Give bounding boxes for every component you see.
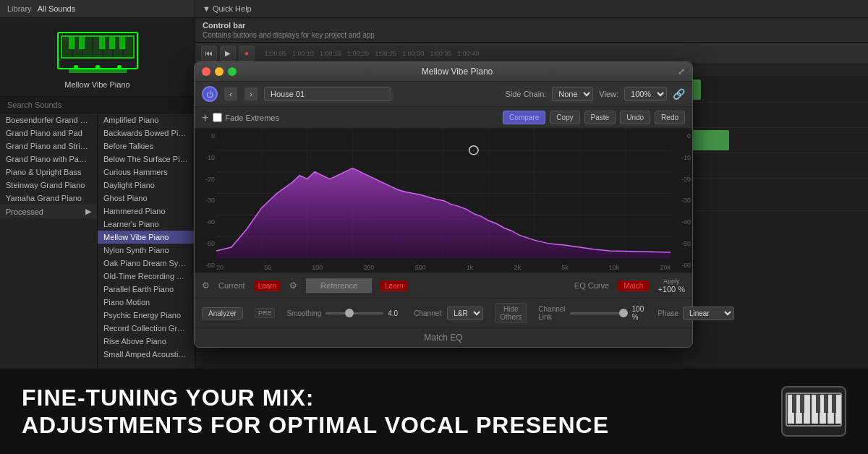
eq-curve-label: EQ Curve — [574, 281, 609, 290]
list-item[interactable]: Nylon Synth Piano — [98, 244, 195, 257]
list-item[interactable]: Small Amped Acoustic Piano — [98, 348, 195, 361]
svg-rect-12 — [109, 37, 115, 49]
svg-rect-36 — [804, 395, 810, 424]
list-item[interactable]: Oak Piano Dream Synth — [98, 257, 195, 270]
sound-category-processed[interactable]: Processed ▶ — [0, 205, 97, 218]
preset-name-input[interactable] — [264, 87, 391, 101]
fade-extremes-toggle[interactable]: Fade Extremes — [213, 113, 279, 122]
learn2-button[interactable]: Learn — [380, 280, 408, 291]
channel-link-slider[interactable] — [570, 312, 628, 314]
analyzer-button[interactable]: Analyzer — [202, 307, 243, 320]
smoothing-label: Smoothing — [286, 309, 321, 317]
eq-y-label: -10 — [196, 154, 215, 161]
prev-arrow[interactable]: ‹ — [224, 87, 238, 101]
paste-button[interactable]: Paste — [584, 111, 616, 124]
minimize-button[interactable] — [215, 67, 224, 76]
hide-others-button[interactable]: Hide Others — [495, 303, 527, 323]
svg-rect-42 — [800, 395, 804, 413]
undo-button[interactable]: Undo — [620, 111, 650, 124]
eq-x-label: 200 — [363, 264, 374, 271]
reference-button[interactable]: Reference — [306, 278, 372, 293]
time-mark-3: 1:00:15 — [320, 50, 341, 57]
learn1-button[interactable]: Learn — [254, 280, 281, 291]
copy-button[interactable]: Copy — [550, 111, 579, 124]
list-item[interactable]: Before Talkies — [98, 140, 195, 153]
list-item[interactable]: Ghost Piano — [98, 192, 195, 205]
smoothing-slider[interactable] — [326, 312, 383, 314]
fade-extremes-label: Fade Extremes — [225, 113, 279, 122]
list-item[interactable]: Psychic Energy Piano — [98, 309, 195, 322]
eq-x-label: 100 — [312, 264, 323, 271]
list-item[interactable]: Steinway Grand Piano — [0, 179, 97, 192]
chevron-right-icon: ▶ — [85, 207, 91, 216]
list-item[interactable]: Amplified Piano — [98, 113, 195, 127]
phase-select[interactable]: Linear Minimum — [683, 307, 734, 320]
record-btn[interactable]: ● — [239, 46, 255, 61]
top-bar-item: ▼ Quick Help — [203, 4, 252, 13]
list-item[interactable]: Learner's Piano — [98, 218, 195, 231]
list-item[interactable]: Curious Hammers — [98, 166, 195, 179]
current-button[interactable]: Current — [218, 281, 245, 290]
view-label: View: — [599, 90, 618, 98]
list-item[interactable]: Yamaha Grand Piano — [0, 192, 97, 205]
list-item[interactable]: Grand Piano and Strings — [0, 140, 97, 153]
list-item[interactable]: Hammered Piano — [98, 205, 195, 218]
power-button[interactable]: ⏻ — [202, 86, 218, 102]
list-item[interactable]: Rise Above Piano — [98, 335, 195, 348]
svg-rect-44 — [824, 395, 828, 413]
category-label: Processed — [6, 207, 43, 216]
all-sounds-label[interactable]: All Sounds — [38, 4, 76, 13]
search-input[interactable] — [0, 97, 195, 113]
view-select[interactable]: 100% — [624, 87, 667, 101]
compare-button[interactable]: Compare — [503, 111, 545, 124]
piano-svg — [54, 25, 141, 76]
list-item[interactable]: Piano Motion — [98, 296, 195, 309]
channel-select[interactable]: L&R — [447, 307, 483, 320]
sidechain-label: Side Chain: — [505, 90, 546, 98]
apply-label: Apply — [658, 278, 685, 285]
pre-button[interactable]: PRE — [255, 308, 276, 318]
sidechain-select[interactable]: None — [552, 87, 593, 101]
svg-rect-45 — [832, 395, 836, 413]
svg-rect-41 — [792, 395, 796, 413]
list-item[interactable]: Below The Surface Piano — [98, 153, 195, 166]
eq-x-label: 20 — [216, 264, 224, 271]
svg-rect-17 — [69, 69, 127, 73]
time-mark-1: 1:00:05 — [265, 50, 286, 57]
list-item[interactable]: Old-Time Recording Keys — [98, 270, 195, 283]
list-item[interactable]: Grand Piano with Pad & Ch... — [0, 153, 97, 166]
list-item[interactable]: Piano & Upright Bass — [0, 166, 97, 179]
smoothing-value: 4.0 — [388, 309, 402, 317]
list-item[interactable]: Boesendorfer Grand Piano — [0, 113, 97, 127]
list-item[interactable]: Parallel Earth Piano — [98, 283, 195, 296]
headline-line1: FINE-TUNING YOUR MIX: — [22, 384, 609, 411]
plugin-toolbar: + Fade Extremes Compare Copy Paste Undo … — [195, 107, 692, 129]
play-btn[interactable]: ▶ — [220, 46, 236, 61]
bottom-text-section: FINE-TUNING YOUR MIX: ADJUSTMENTS FOR OP… — [0, 369, 868, 454]
list-item-selected[interactable]: Mellow Vibe Piano — [98, 231, 195, 244]
add-icon[interactable]: + — [202, 111, 208, 124]
svg-rect-43 — [816, 395, 820, 413]
plugin-title: Mellow Vibe Piano — [422, 67, 493, 77]
quick-help-text: Contains buttons and displays for key pr… — [203, 31, 861, 39]
eq-y-label: -60 — [672, 262, 691, 269]
headline-line2: ADJUSTMENTS FOR OPTIMAL VOCAL PRESENCE — [22, 411, 609, 439]
maximize-button[interactable] — [228, 67, 237, 76]
time-mark-2: 1:00:10 — [292, 50, 314, 57]
svg-rect-11 — [99, 37, 105, 49]
fade-extremes-checkbox[interactable] — [213, 113, 222, 122]
list-item[interactable]: Record Collection Grand — [98, 322, 195, 335]
list-item[interactable]: Daylight Piano — [98, 179, 195, 192]
redo-button[interactable]: Redo — [655, 111, 685, 124]
match-button[interactable]: Match — [618, 280, 649, 291]
skip-back-btn[interactable]: ⏮ — [201, 46, 217, 61]
eq-x-labels: 20 50 100 200 500 1k 2k 5k 10k 20k — [216, 264, 671, 271]
expand-icon[interactable]: ⤢ — [678, 67, 685, 77]
window-controls — [202, 67, 237, 76]
close-button[interactable] — [202, 67, 210, 76]
list-item[interactable]: Backwards Bowed Piano — [98, 127, 195, 140]
list-item[interactable]: Grand Piano and Pad — [0, 127, 97, 140]
time-mark-5: 1:00:25 — [375, 50, 396, 57]
plugin-header: ⏻ ‹ › Side Chain: None View: 100% 🔗 — [195, 82, 692, 107]
next-arrow[interactable]: › — [244, 87, 258, 101]
